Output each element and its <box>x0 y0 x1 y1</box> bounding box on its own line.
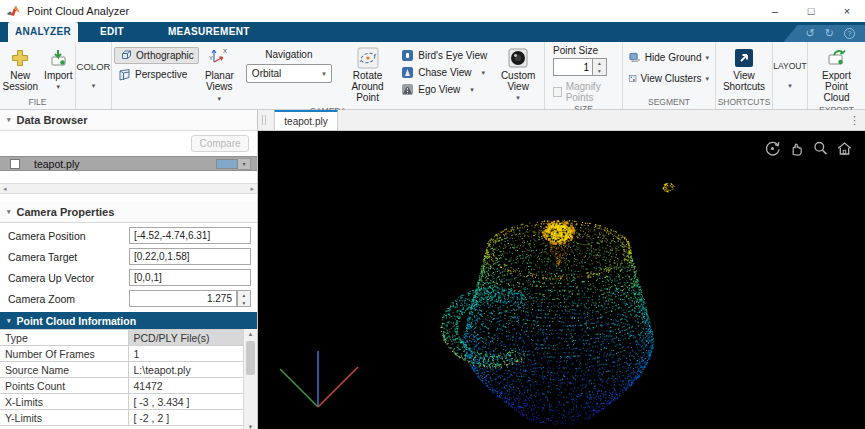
camera-properties-header[interactable]: ▾ Camera Properties <box>0 202 257 223</box>
swatch-dropdown-icon[interactable]: ▾ <box>238 158 251 170</box>
table-row[interactable]: Number Of Frames 1 <box>0 346 244 362</box>
document-tab-bar: teapot.ply ⋮ <box>258 110 865 131</box>
section-label-shortcuts: SHORTCUTS <box>716 96 772 109</box>
navigation-group: Navigation Orbital ▾ <box>240 45 338 83</box>
view-clusters-button[interactable]: View Clusters ▾ <box>625 70 713 87</box>
axis-triad <box>266 333 370 429</box>
rotate-around-point-icon <box>356 46 380 69</box>
hide-ground-icon <box>629 51 641 64</box>
chevron-down-icon: ▾ <box>788 80 792 91</box>
title-bar: Point Cloud Analyzer – □ × <box>0 0 865 22</box>
point-size-input[interactable] <box>553 58 593 76</box>
scroll-down-icon[interactable]: ▼ <box>244 424 257 429</box>
minimize-button[interactable]: – <box>757 0 793 22</box>
spin-down-icon[interactable]: ▾ <box>238 299 250 307</box>
ribbon-section-layout: LAYOUT ▾ <box>773 42 808 109</box>
tab-edit[interactable]: EDIT <box>78 22 146 42</box>
info-key: Source Name <box>0 362 128 378</box>
table-row[interactable]: Y-Limits [ -2 , 2 ] <box>0 410 244 426</box>
ribbon-section-camera: Orthographic Perspective Y X <box>112 42 545 109</box>
planar-views-button[interactable]: Y X Planar Views ▾ <box>202 45 237 105</box>
magnify-points-checkbox[interactable]: Magnify Points <box>553 81 620 103</box>
item-name: teapot.ply <box>34 158 216 170</box>
color-dropdown-button[interactable]: COLOR ▾ <box>76 42 111 109</box>
chase-view-button[interactable]: Chase View ▾ <box>397 64 491 81</box>
table-row[interactable]: X-Limits [ -3 , 3.434 ] <box>0 394 244 410</box>
help-icon[interactable]: ? <box>844 28 855 39</box>
point-cloud-info-header[interactable]: ▾ Point Cloud Information <box>0 312 257 329</box>
document-tab-teapot[interactable]: teapot.ply <box>274 110 338 130</box>
section-label-file: FILE <box>0 96 75 109</box>
spin-up-icon[interactable]: ▴ <box>593 59 606 67</box>
tab-analyzer[interactable]: ANALYZER <box>8 22 78 42</box>
import-button[interactable]: Import ▾ <box>42 45 74 93</box>
chevron-down-icon: ▾ <box>705 54 709 62</box>
home-icon[interactable] <box>836 140 853 157</box>
section-label-segment: SEGMENT <box>623 96 715 109</box>
spin-down-icon[interactable]: ▾ <box>593 67 606 75</box>
tab-overflow-icon[interactable]: ⋮ <box>849 110 860 131</box>
camera-properties-body: Camera Position Camera Target Camera Up … <box>0 223 257 310</box>
custom-view-button[interactable]: Custom View ▾ <box>494 45 542 104</box>
birds-eye-view-icon <box>401 49 414 62</box>
tab-measurement[interactable]: MEASUREMENT <box>146 22 272 42</box>
horizontal-scrollbar[interactable]: ◂ ▸ <box>0 183 257 194</box>
view-shortcuts-button[interactable]: View Shortcuts <box>718 45 770 93</box>
camera-up-vector-field[interactable] <box>129 269 251 286</box>
maximize-button[interactable]: □ <box>793 0 829 22</box>
point-size-stepper[interactable]: ▴ ▾ <box>553 58 607 76</box>
compare-button[interactable]: Compare <box>191 135 249 152</box>
new-session-button[interactable]: New Session <box>1 45 41 93</box>
redo-icon[interactable]: ↻ <box>825 25 834 42</box>
chevron-down-icon: ▾ <box>481 69 485 77</box>
scroll-right-icon[interactable]: ▸ <box>250 184 254 194</box>
chevron-down-icon: ▾ <box>516 92 520 103</box>
rotate-around-point-button[interactable]: Rotate Around Point <box>341 45 394 104</box>
close-button[interactable]: × <box>829 0 865 22</box>
scroll-up-icon[interactable]: ▲ <box>244 331 257 337</box>
collapse-icon[interactable]: ▾ <box>7 317 11 325</box>
scroll-left-icon[interactable]: ◂ <box>3 184 7 194</box>
scrollbar-thumb[interactable] <box>246 341 255 375</box>
data-browser-header[interactable]: ▾ Data Browser <box>0 110 257 131</box>
compare-row: Compare <box>0 131 257 156</box>
export-point-cloud-button[interactable]: Export Point Cloud <box>810 45 863 104</box>
navigation-select[interactable]: Orbital ▾ <box>246 64 332 83</box>
spin-up-icon[interactable]: ▴ <box>238 291 250 299</box>
camera-position-label: Camera Position <box>8 230 86 242</box>
orthographic-button[interactable]: Orthographic <box>114 47 199 64</box>
point-cloud-list-item[interactable]: teapot.ply ▾ <box>0 156 257 171</box>
checkbox-icon <box>553 87 562 97</box>
info-value: L:\teapot.ply <box>128 362 244 378</box>
color-swatch[interactable] <box>216 159 238 169</box>
chevron-down-icon: ▾ <box>322 70 326 78</box>
vertical-scrollbar[interactable]: ▲ ▼ <box>243 329 257 429</box>
camera-zoom-stepper[interactable]: ▴ ▾ <box>237 290 251 307</box>
undo-icon[interactable]: ↺ <box>806 25 815 42</box>
axes-toolbar <box>764 140 853 157</box>
layout-dropdown-button[interactable]: LAYOUT ▾ <box>773 42 807 109</box>
perspective-button[interactable]: Perspective <box>114 66 199 83</box>
table-row[interactable]: Source Name L:\teapot.ply <box>0 362 244 378</box>
ribbon-section-size: Point Size ▴ ▾ Magnify Points SIZE <box>545 42 623 109</box>
hide-ground-button[interactable]: Hide Ground ▾ <box>625 49 713 66</box>
table-row[interactable]: Type PCD/PLY File(s) <box>0 330 244 346</box>
collapse-icon[interactable]: ▾ <box>7 116 11 124</box>
camera-zoom-field[interactable] <box>129 290 237 307</box>
info-value: [ -3 , 3.434 ] <box>128 394 244 410</box>
camera-target-field[interactable] <box>129 248 251 265</box>
item-checkbox[interactable] <box>10 159 20 169</box>
info-value: [ -2 , 2 ] <box>128 410 244 426</box>
ego-view-button[interactable]: Ego View ▾ <box>397 81 491 98</box>
chevron-down-icon: ▾ <box>92 80 96 91</box>
svg-text:Y: Y <box>209 55 213 61</box>
pan-hand-icon[interactable] <box>788 140 805 157</box>
navigation-label: Navigation <box>265 49 312 60</box>
rotate-3d-icon[interactable] <box>764 140 781 157</box>
camera-position-field[interactable] <box>129 227 251 244</box>
table-row[interactable]: Points Count 41472 <box>0 378 244 394</box>
collapse-icon[interactable]: ▾ <box>7 208 11 216</box>
birds-eye-view-button[interactable]: Bird's Eye View <box>397 47 491 64</box>
info-key: Type <box>0 330 128 346</box>
zoom-icon[interactable] <box>812 140 829 157</box>
